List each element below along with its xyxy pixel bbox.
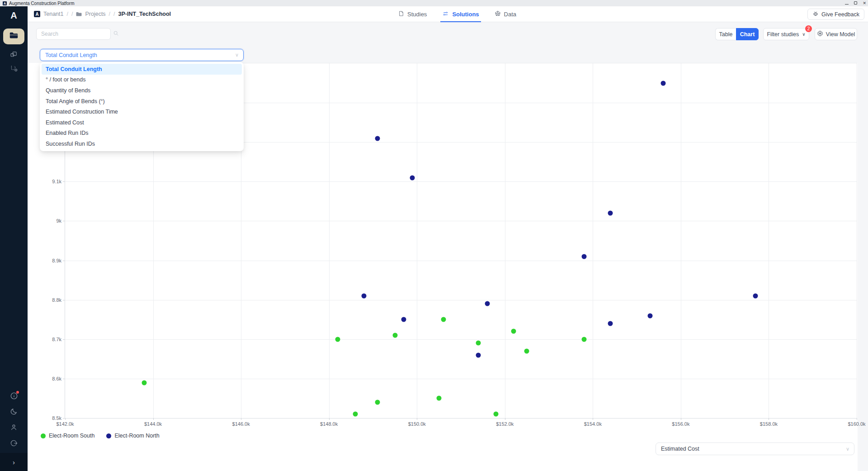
menu-item[interactable]: ° / foot or bends [42, 75, 242, 86]
chart-view-label: Chart [740, 31, 755, 38]
modules-icon [10, 51, 18, 60]
data-point-elect-room-south[interactable] [581, 337, 586, 342]
notification-dot [16, 391, 19, 394]
give-feedback-button[interactable]: Give Feedback [807, 9, 864, 20]
table-view-button[interactable]: Table [715, 28, 736, 40]
gridline-vertical [417, 63, 417, 418]
y-tick-label: 8.8k [52, 297, 61, 303]
data-point-elect-room-south[interactable] [375, 400, 380, 405]
filter-studies-button[interactable]: Filter studies ∨ 2 [763, 28, 809, 40]
data-point-elect-room-north[interactable] [753, 293, 758, 298]
person-icon [10, 423, 18, 433]
breadcrumb-item[interactable]: Projects [85, 11, 105, 17]
x-tick [153, 418, 154, 420]
data-point-elect-room-south[interactable] [436, 396, 441, 401]
solutions-icon [442, 11, 449, 18]
menu-item[interactable]: Successful Run IDs [42, 138, 242, 149]
legend-item[interactable]: Elect-Room North [106, 433, 159, 439]
data-point-elect-room-south[interactable] [392, 333, 397, 338]
view-model-button[interactable]: View Model [815, 28, 857, 40]
data-point-elect-room-south[interactable] [476, 341, 481, 346]
legend-label: Elect-Room North [114, 433, 159, 439]
x-tick [329, 418, 330, 420]
sidebar-item-notifications[interactable] [0, 392, 28, 402]
window-minimize-button[interactable] [845, 0, 849, 6]
data-point-elect-room-north[interactable] [410, 175, 415, 180]
sidebar-item-profile[interactable] [0, 423, 28, 433]
nav-tabs: StudiesSolutionsData [398, 6, 516, 22]
data-point-elect-room-north[interactable] [660, 81, 665, 86]
breadcrumb-separator: / [71, 11, 73, 17]
x-tick-label: $146.0k [232, 421, 250, 427]
sidebar-item-dark-mode[interactable] [0, 408, 28, 417]
x-tick [769, 418, 769, 420]
menu-item[interactable]: Estimated Construction Time [42, 106, 242, 117]
bug-icon [812, 10, 819, 18]
x-tick-label: $158.0k [760, 421, 778, 427]
gridline-vertical [769, 63, 769, 418]
x-tick-label: $144.0k [144, 421, 162, 427]
chevron-right-icon: › [13, 458, 15, 466]
search-box [36, 28, 111, 40]
sidebar-logo: A [0, 6, 28, 24]
data-point-elect-room-north[interactable] [362, 293, 367, 298]
y-tick-label: 8.7k [52, 337, 61, 342]
breadcrumb-item[interactable]: Tenant1 [43, 11, 63, 17]
tab-studies[interactable]: Studies [398, 6, 427, 22]
y-tick [63, 300, 65, 300]
x-tick-label: $152.0k [496, 421, 514, 427]
data-point-elect-room-south[interactable] [353, 412, 358, 417]
sidebar-item-logout[interactable] [0, 439, 28, 449]
menu-item[interactable]: Total Conduit Length [42, 64, 242, 75]
chevron-down-icon: ∨ [235, 52, 239, 58]
y-tick-label: 9.1k [52, 179, 61, 184]
sidebar-item-modules[interactable] [0, 51, 28, 60]
gridline-horizontal [65, 379, 857, 379]
data-point-elect-room-south[interactable] [142, 380, 147, 385]
legend-dot [41, 433, 46, 438]
chart-view-button[interactable]: Chart [736, 28, 759, 40]
data-point-elect-room-north[interactable] [485, 301, 490, 306]
y-tick [63, 418, 65, 419]
x-axis-metric-value: Estimated Cost [656, 446, 846, 452]
data-icon [495, 10, 501, 18]
menu-item[interactable]: Estimated Cost [42, 117, 242, 128]
data-point-elect-room-north[interactable] [608, 211, 613, 216]
menu-item[interactable]: Quantity of Bends [42, 85, 242, 96]
window-close-button[interactable]: ✕ [863, 0, 866, 6]
main-content: Table Chart Filter studies ∨ 2 View Mode… [28, 22, 868, 471]
menu-item[interactable]: Enabled Run IDs [42, 128, 242, 139]
search-input[interactable] [37, 31, 113, 37]
chevron-down-icon: ∨ [846, 446, 849, 452]
x-axis-metric-select[interactable]: Estimated Cost ∨ [656, 442, 854, 455]
data-point-elect-room-south[interactable] [524, 348, 529, 353]
legend-dot [106, 433, 111, 438]
tab-solutions[interactable]: Solutions [442, 6, 479, 22]
menu-item[interactable]: Total Angle of Bends (°) [42, 96, 242, 107]
data-point-elect-room-south[interactable] [511, 329, 516, 334]
data-point-elect-room-north[interactable] [581, 254, 586, 259]
x-tick [593, 418, 593, 420]
data-point-elect-room-north[interactable] [401, 317, 406, 322]
data-point-elect-room-north[interactable] [476, 352, 481, 357]
data-point-elect-room-north[interactable] [647, 313, 652, 318]
x-tick-label: $142.0k [56, 421, 74, 427]
chart-legend: Elect-Room SouthElect-Room North [41, 433, 160, 439]
data-point-elect-room-north[interactable] [375, 136, 380, 141]
y-tick-label: 8.5k [52, 415, 61, 421]
gridline-vertical [593, 63, 593, 418]
sidebar-expand-button[interactable]: › [0, 453, 28, 471]
window-maximize-button[interactable] [854, 0, 857, 6]
sidebar-item-workflow[interactable] [0, 64, 28, 74]
data-point-elect-room-north[interactable] [608, 321, 613, 326]
folder-icon [9, 32, 18, 41]
data-point-elect-room-south[interactable] [494, 412, 499, 417]
view-model-label: View Model [826, 31, 855, 38]
legend-item[interactable]: Elect-Room South [41, 433, 94, 439]
logout-icon [10, 439, 18, 449]
metric-select[interactable]: Total Conduit Length ∨ [40, 49, 244, 61]
tab-data[interactable]: Data [495, 6, 516, 22]
data-point-elect-room-south[interactable] [441, 317, 446, 322]
sidebar-item-projects[interactable] [3, 29, 24, 44]
data-point-elect-room-south[interactable] [335, 337, 340, 342]
